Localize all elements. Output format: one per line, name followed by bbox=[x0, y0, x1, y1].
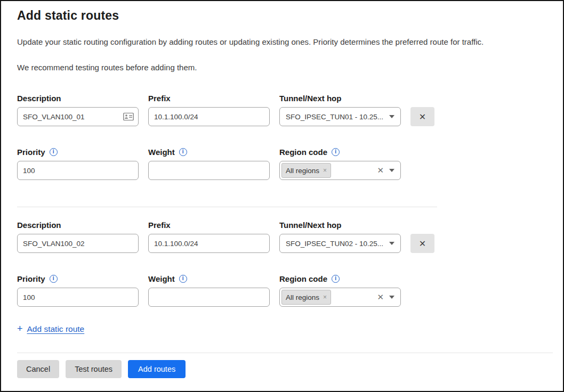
add-routes-button[interactable]: Add routes bbox=[128, 360, 186, 378]
priority-input[interactable] bbox=[17, 161, 139, 180]
chevron-down-icon bbox=[389, 115, 394, 118]
tunnel-label: Tunnel/Next hop bbox=[279, 94, 341, 103]
chevron-down-icon bbox=[389, 242, 394, 245]
contact-card-autofill-icon[interactable] bbox=[123, 113, 134, 121]
info-icon[interactable]: i bbox=[332, 275, 340, 283]
prefix-label: Prefix bbox=[148, 94, 171, 103]
weight-field: Weight i bbox=[148, 146, 270, 180]
tag-remove-icon[interactable]: × bbox=[323, 167, 327, 174]
test-routes-button[interactable]: Test routes bbox=[66, 360, 122, 378]
route-block-1: Description bbox=[17, 93, 547, 180]
route-block-2: Description Prefix Tunnel/Next hop SFO_I bbox=[17, 219, 547, 307]
prefix-input[interactable] bbox=[148, 234, 270, 253]
priority-input[interactable] bbox=[17, 288, 139, 307]
tunnel-select[interactable]: SFO_IPSEC_TUN02 - 10.25... bbox=[279, 234, 401, 253]
description-input[interactable] bbox=[17, 107, 139, 126]
tunnel-field: Tunnel/Next hop SFO_IPSEC_TUN02 - 10.25.… bbox=[279, 219, 401, 253]
weight-input[interactable] bbox=[148, 288, 270, 307]
clear-selection-icon[interactable]: ✕ bbox=[377, 166, 384, 175]
region-tag-label: All regions bbox=[286, 293, 319, 301]
description-field: Description bbox=[17, 219, 139, 253]
info-icon[interactable]: i bbox=[179, 148, 187, 156]
prefix-label: Prefix bbox=[148, 220, 171, 230]
info-icon[interactable]: i bbox=[179, 275, 187, 283]
add-static-route-label: Add static route bbox=[27, 324, 85, 334]
region-tag: All regions × bbox=[281, 163, 331, 178]
info-icon[interactable]: i bbox=[50, 148, 58, 156]
remove-route-button[interactable]: ✕ bbox=[410, 234, 434, 253]
weight-label: Weight bbox=[148, 148, 175, 157]
close-icon: ✕ bbox=[419, 239, 426, 248]
add-static-routes-dialog: Add static routes Update your static rou… bbox=[0, 0, 564, 392]
description-input[interactable] bbox=[17, 234, 139, 253]
tag-remove-icon[interactable]: × bbox=[323, 293, 327, 301]
plus-icon: + bbox=[17, 323, 23, 334]
tunnel-selected-value: SFO_IPSEC_TUN01 - 10.25... bbox=[286, 113, 384, 121]
description-label: Description bbox=[17, 94, 61, 103]
region-code-label: Region code bbox=[279, 274, 327, 283]
prefix-field: Prefix bbox=[148, 219, 270, 253]
recommendation-text: We recommend testing routes before addin… bbox=[17, 63, 547, 72]
priority-field: Priority i bbox=[17, 273, 139, 307]
weight-field: Weight i bbox=[148, 273, 270, 307]
region-code-field: Region code i All regions × ✕ bbox=[279, 273, 401, 307]
chevron-down-icon bbox=[389, 169, 394, 172]
priority-field: Priority i bbox=[17, 146, 139, 180]
priority-label: Priority bbox=[17, 148, 45, 157]
cancel-button[interactable]: Cancel bbox=[17, 360, 59, 378]
route-divider bbox=[17, 207, 437, 207]
tunnel-selected-value: SFO_IPSEC_TUN02 - 10.25... bbox=[286, 240, 384, 248]
region-tag: All regions × bbox=[281, 290, 331, 305]
close-icon: ✕ bbox=[419, 112, 426, 121]
tunnel-label: Tunnel/Next hop bbox=[279, 220, 341, 230]
tunnel-select[interactable]: SFO_IPSEC_TUN01 - 10.25... bbox=[279, 107, 401, 126]
prefix-input[interactable] bbox=[148, 107, 270, 126]
region-multiselect[interactable]: All regions × ✕ bbox=[279, 161, 401, 180]
region-tag-label: All regions bbox=[286, 167, 319, 175]
chevron-down-icon bbox=[389, 296, 394, 299]
prefix-field: Prefix bbox=[148, 93, 270, 126]
clear-selection-icon[interactable]: ✕ bbox=[377, 292, 384, 302]
tunnel-field: Tunnel/Next hop SFO_IPSEC_TUN01 - 10.25.… bbox=[279, 93, 401, 126]
footer-divider bbox=[17, 353, 553, 353]
region-code-field: Region code i All regions × ✕ bbox=[279, 146, 401, 180]
info-icon[interactable]: i bbox=[50, 275, 58, 283]
dialog-footer: Cancel Test routes Add routes bbox=[17, 353, 563, 378]
priority-label: Priority bbox=[17, 274, 45, 283]
remove-route-button[interactable]: ✕ bbox=[410, 107, 434, 126]
region-multiselect[interactable]: All regions × ✕ bbox=[279, 288, 401, 307]
page-title: Add static routes bbox=[17, 9, 547, 23]
add-static-route-link[interactable]: + Add static route bbox=[17, 323, 84, 334]
weight-label: Weight bbox=[148, 274, 175, 283]
weight-input[interactable] bbox=[148, 161, 270, 180]
intro-text: Update your static routing configuration… bbox=[17, 37, 547, 46]
region-code-label: Region code bbox=[279, 148, 327, 157]
description-field: Description bbox=[17, 93, 139, 126]
info-icon[interactable]: i bbox=[332, 148, 340, 156]
description-label: Description bbox=[17, 220, 61, 230]
